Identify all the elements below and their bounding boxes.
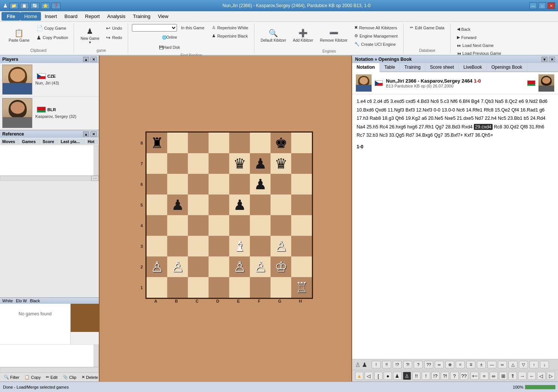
sq-g3[interactable]: ♙ xyxy=(271,236,291,256)
reference-scrollbar-v[interactable] xyxy=(94,145,99,175)
copy-game-button[interactable]: 📄 Copy Game xyxy=(34,24,71,32)
sq-e4[interactable] xyxy=(229,215,250,236)
icon-folder[interactable]: 📁 xyxy=(9,3,18,9)
sq-a2[interactable]: ♙ xyxy=(147,256,167,277)
engine-management-button[interactable]: ⚙ Engine Management xyxy=(352,32,401,39)
sq-b3[interactable] xyxy=(167,236,188,256)
menu-report[interactable]: Report xyxy=(81,12,103,21)
nav-question[interactable]: ? xyxy=(450,372,458,380)
anno-dubious[interactable]: ?! xyxy=(403,361,412,368)
nav-first[interactable]: ▲ xyxy=(355,372,363,380)
reference-collapse-button[interactable]: ▲ xyxy=(83,131,89,137)
sq-a8[interactable]: ♜ xyxy=(147,133,167,153)
anno-interesting[interactable]: !? xyxy=(393,361,402,368)
sq-h5[interactable] xyxy=(291,194,312,215)
menu-view[interactable]: View xyxy=(154,12,172,21)
sq-b8[interactable] xyxy=(167,133,188,153)
tab-score-sheet[interactable]: Score sheet xyxy=(425,63,459,72)
menu-insert[interactable]: Insert xyxy=(41,12,61,21)
tab-training[interactable]: Training xyxy=(400,63,425,72)
menu-training[interactable]: Training xyxy=(129,12,154,21)
anno-excellent[interactable]: !! xyxy=(382,361,391,368)
chess-board[interactable]: ♜ ♚ ♛ ♟ ♛ xyxy=(145,131,313,299)
sq-a6[interactable] xyxy=(147,174,167,194)
icon-star[interactable]: ⭐ xyxy=(41,3,50,9)
tab-notation[interactable]: Notation xyxy=(352,63,380,72)
sq-b6[interactable] xyxy=(167,174,188,194)
sq-e7[interactable]: ♛ xyxy=(229,153,250,174)
nav-right-arr[interactable]: → xyxy=(518,372,526,380)
nav-up[interactable]: ⇑ xyxy=(508,372,517,380)
filter-button[interactable]: 🔍 Filter xyxy=(2,374,21,380)
close-button[interactable]: ✕ xyxy=(547,2,555,9)
sq-b7[interactable] xyxy=(167,153,188,174)
sq-c2[interactable] xyxy=(188,256,209,277)
sq-h3[interactable] xyxy=(291,236,312,256)
menu-home[interactable]: Home xyxy=(20,12,41,21)
nav-box[interactable]: ⊞ xyxy=(499,372,507,380)
sq-f5[interactable] xyxy=(250,194,271,215)
ref-more-button[interactable]: ⋯ xyxy=(91,176,99,181)
default-kibitzer-button[interactable]: 🔍 Default Kibitzer xyxy=(258,24,289,47)
anno-uparrow[interactable]: ↑ xyxy=(529,361,538,368)
add-kibitzer-button[interactable]: ➕ Add Kibitzer xyxy=(290,24,316,47)
rep-black-button[interactable]: ♟ Repertoire Black xyxy=(209,32,251,39)
sq-h1[interactable]: ♖ xyxy=(291,277,312,298)
reference-scrollbar-h[interactable] xyxy=(0,176,91,181)
anno-downarrow[interactable]: ↓ xyxy=(540,361,549,368)
hard-disk-button[interactable]: 💾 Hard Disk xyxy=(132,43,207,52)
sq-a7[interactable] xyxy=(147,153,167,174)
sq-h2[interactable] xyxy=(291,256,312,277)
load-next-game-button[interactable]: ⏭ Load Next Game xyxy=(454,42,504,49)
nav-q-exclam[interactable]: ?! xyxy=(441,372,449,380)
online-button[interactable]: 🌐 Online xyxy=(132,33,207,42)
anno-with-compensation[interactable]: ⊕ xyxy=(445,361,454,368)
delete-button[interactable]: ✕ Delete xyxy=(80,374,100,380)
anno-mistake[interactable]: ? xyxy=(414,361,423,368)
sq-b2[interactable]: ♙ xyxy=(167,256,188,277)
nav-plusminus[interactable]: +− xyxy=(470,372,479,380)
sq-h6[interactable] xyxy=(291,174,312,194)
menu-board[interactable]: Board xyxy=(61,12,82,21)
anno-triangle[interactable]: △ xyxy=(508,361,517,368)
nav-question2[interactable]: ?? xyxy=(460,372,468,380)
sq-g1[interactable] xyxy=(271,277,291,298)
remove-all-kibitzers-button[interactable]: ✖ Remove All Kibitzers xyxy=(352,24,401,31)
tab-openings-book[interactable]: Openings Book xyxy=(487,63,527,72)
sq-g5[interactable] xyxy=(271,194,291,215)
menu-analysis[interactable]: Analysis xyxy=(103,12,129,21)
nav-prev-var[interactable]: ◁ xyxy=(364,372,373,380)
anno-infinity[interactable]: ∞ xyxy=(498,361,507,368)
nav-fwd[interactable]: ▷ xyxy=(547,372,555,380)
sq-d8[interactable] xyxy=(209,133,229,153)
nav-exclam[interactable]: ! xyxy=(422,372,430,380)
anno-blunder[interactable]: ?? xyxy=(424,361,433,368)
anno-slight-black[interactable]: ∓ xyxy=(466,361,475,368)
notation-collapse-button[interactable]: ▼ xyxy=(541,57,547,62)
redo-button[interactable]: ↪ Redo xyxy=(103,33,124,42)
sq-f4[interactable] xyxy=(250,215,271,236)
anno-dash[interactable]: — xyxy=(487,361,496,368)
sq-g4[interactable] xyxy=(271,215,291,236)
sq-c4[interactable] xyxy=(188,215,209,236)
sq-c8[interactable] xyxy=(188,133,209,153)
sq-e3[interactable]: ♝ xyxy=(229,236,250,256)
sq-e1[interactable] xyxy=(229,277,250,298)
nav-equal[interactable]: = xyxy=(480,372,488,380)
back-button[interactable]: ◀ Back xyxy=(454,26,504,33)
copy-position-button[interactable]: ♟ Copy Position xyxy=(34,33,71,42)
sq-h7[interactable] xyxy=(291,153,312,174)
sq-g8[interactable]: ♚ xyxy=(271,133,291,153)
nav-back[interactable]: ◁ xyxy=(537,372,545,380)
sq-d1[interactable] xyxy=(209,277,229,298)
nav-white-pawn[interactable]: ♙ xyxy=(403,372,411,380)
sq-c5[interactable] xyxy=(188,194,209,215)
anno-equal[interactable]: = xyxy=(456,361,465,368)
sq-e6[interactable] xyxy=(229,174,250,194)
sq-f3[interactable] xyxy=(250,236,271,256)
in-this-game-button[interactable]: In this Game xyxy=(178,24,207,31)
sq-a5[interactable] xyxy=(147,194,167,215)
sq-d6[interactable] xyxy=(209,174,229,194)
anno-slight-white[interactable]: ± xyxy=(477,361,486,368)
forward-button[interactable]: ▶ Forward xyxy=(454,34,504,41)
